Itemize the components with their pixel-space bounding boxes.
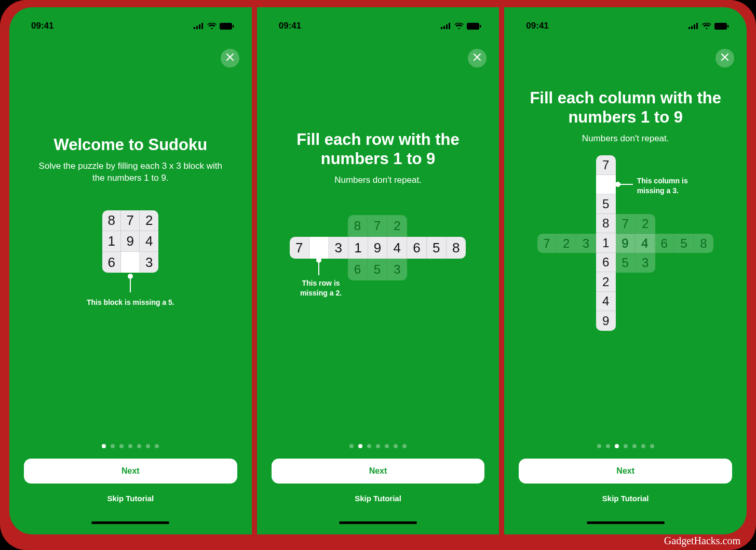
- sudoku-ghost-cell: 2: [636, 214, 655, 234]
- page-dot[interactable]: [385, 444, 389, 448]
- sudoku-cell: 9: [368, 237, 388, 259]
- tutorial-content: Fill each column with the numbers 1 to 9…: [504, 31, 747, 444]
- close-button[interactable]: [221, 49, 239, 68]
- sudoku-ghost-cell: 5: [368, 259, 387, 280]
- cellular-signal-icon: [441, 23, 451, 29]
- tutorial-subtitle: Numbers don't repeat.: [582, 133, 669, 145]
- page-dot[interactable]: [615, 444, 619, 448]
- tutorial-title: Fill each row with the numbers 1 to 9: [272, 130, 485, 168]
- home-indicator[interactable]: [587, 521, 665, 524]
- skip-tutorial-button[interactable]: Skip Tutorial: [602, 494, 649, 503]
- sudoku-cell: 6: [102, 252, 121, 273]
- sudoku-cell: 7: [121, 210, 140, 231]
- svg-rect-7: [443, 26, 445, 29]
- page-dot[interactable]: [650, 444, 654, 448]
- page-dot[interactable]: [146, 444, 150, 448]
- sudoku-cell: 8: [447, 237, 466, 259]
- callout-pointer-icon: [130, 276, 131, 292]
- svg-rect-0: [194, 27, 195, 29]
- page-dot[interactable]: [137, 444, 141, 448]
- sudoku-cell: 6: [407, 237, 427, 259]
- sudoku-block-diagram: 8 7 2 1 9 4 6 3: [102, 210, 158, 273]
- tutorial-title: Welcome to Sudoku: [53, 135, 207, 154]
- svg-rect-14: [694, 24, 695, 29]
- watermark: GadgetHacks.com: [664, 535, 740, 547]
- next-button[interactable]: Next: [24, 459, 237, 484]
- cellular-signal-icon: [194, 23, 204, 29]
- svg-rect-1: [196, 26, 198, 29]
- sudoku-ghost-cell: 4: [635, 234, 655, 253]
- sudoku-ghost-cell: 8: [694, 234, 713, 253]
- page-dot[interactable]: [128, 444, 132, 448]
- page-indicator: [102, 444, 159, 448]
- page-dot[interactable]: [102, 444, 106, 448]
- skip-tutorial-button[interactable]: Skip Tutorial: [107, 494, 154, 503]
- page-dot[interactable]: [349, 444, 354, 448]
- bottom-controls: Next Skip Tutorial: [9, 444, 252, 534]
- sudoku-cell: 3: [140, 252, 158, 273]
- sudoku-cell: 5: [427, 237, 447, 259]
- screenshot-frame: 09:41 Welcome to Sudoku Solve the puz: [0, 0, 756, 550]
- page-dot[interactable]: [111, 444, 115, 448]
- sudoku-cell-empty: [121, 252, 140, 273]
- tutorial-subtitle: Solve the puzzle by filling each 3 x 3 b…: [32, 160, 229, 184]
- page-dot[interactable]: [641, 444, 645, 448]
- page-dot[interactable]: [394, 444, 398, 448]
- bottom-controls: Next Skip Tutorial: [257, 444, 500, 534]
- svg-rect-2: [199, 24, 200, 29]
- callout-pointer-icon: [617, 184, 633, 185]
- skip-tutorial-button[interactable]: Skip Tutorial: [355, 494, 401, 503]
- sudoku-cell: 3: [329, 237, 348, 259]
- home-indicator[interactable]: [91, 521, 169, 524]
- sudoku-row: 7 3 1 9 4 6 5 8: [290, 237, 466, 259]
- page-dot[interactable]: [606, 444, 610, 448]
- next-button[interactable]: Next: [519, 459, 732, 484]
- sudoku-3x3-block: 8 7 2 1 9 4 6 3: [102, 210, 158, 273]
- sudoku-ghost-cell: 3: [387, 259, 407, 280]
- status-time: 09:41: [279, 21, 301, 31]
- sudoku-ghost-cell: 5: [674, 234, 694, 253]
- svg-rect-4: [220, 23, 232, 30]
- page-dot[interactable]: [358, 444, 362, 448]
- tutorial-hint: This column is missing a 3.: [637, 176, 699, 195]
- page-indicator: [349, 444, 407, 448]
- page-dot[interactable]: [155, 444, 159, 448]
- svg-rect-9: [449, 23, 450, 29]
- next-button[interactable]: Next: [272, 459, 485, 484]
- tutorial-subtitle: Numbers don't repeat.: [334, 175, 422, 186]
- status-bar: 09:41: [9, 7, 252, 31]
- sudoku-ghost-cell: 9: [615, 234, 635, 253]
- callout-pointer-icon: [318, 260, 319, 275]
- status-icons: [688, 23, 729, 30]
- sudoku-row-diagram: 8 7 2 6 5 3 7 3 1 9 4 6: [290, 215, 466, 283]
- page-indicator: [597, 444, 654, 448]
- sudoku-ghost-row: 7 2 3 1 9 4 6 5 8: [537, 234, 713, 253]
- phone-screen-1: 09:41 Welcome to Sudoku Solve the puz: [9, 7, 252, 534]
- page-dot[interactable]: [376, 444, 380, 448]
- page-dot[interactable]: [632, 444, 637, 448]
- sudoku-cell: 2: [140, 210, 158, 231]
- status-time: 09:41: [31, 21, 53, 31]
- sudoku-cell: 9: [121, 231, 140, 252]
- tutorial-hint: This row is missing a 2.: [295, 278, 347, 297]
- svg-rect-8: [446, 24, 448, 29]
- sudoku-cell: 7: [290, 237, 309, 259]
- tutorial-hint: This block is missing a 5.: [87, 298, 174, 307]
- sudoku-ghost-cell: 6: [348, 259, 368, 280]
- tutorial-title: Fill each column with the numbers 1 to 9: [519, 88, 732, 127]
- page-dot[interactable]: [119, 444, 124, 448]
- page-dot[interactable]: [367, 444, 371, 448]
- status-bar: 09:41: [504, 7, 747, 31]
- page-dot[interactable]: [624, 444, 628, 448]
- home-indicator[interactable]: [339, 521, 417, 524]
- svg-rect-10: [467, 23, 479, 30]
- bottom-controls: Next Skip Tutorial: [504, 444, 747, 534]
- sudoku-ghost-cell: 2: [387, 215, 407, 237]
- svg-rect-15: [696, 23, 698, 29]
- page-dot[interactable]: [402, 444, 407, 448]
- sudoku-ghost-cell: 3: [636, 253, 655, 273]
- page-dot[interactable]: [597, 444, 601, 448]
- wifi-icon: [454, 23, 464, 30]
- close-button[interactable]: [716, 49, 734, 68]
- sudoku-cell: 1: [102, 231, 121, 252]
